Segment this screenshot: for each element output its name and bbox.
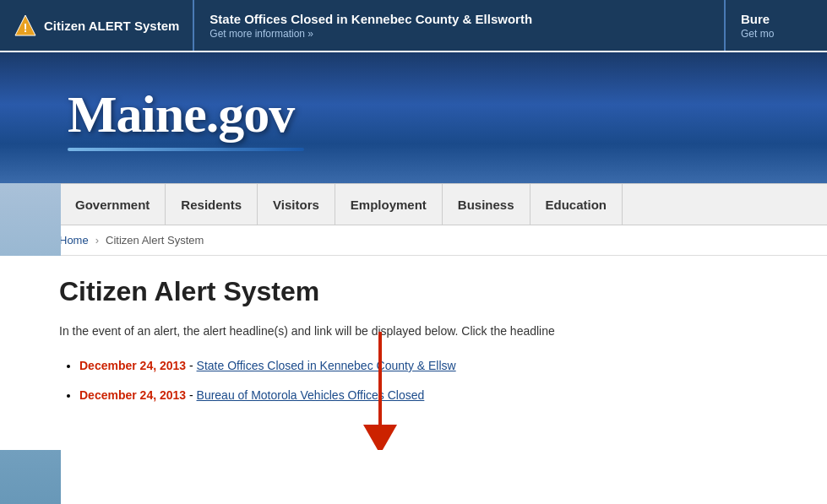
alert-list-item-1: December 24, 2013 - State Offices Closed…	[79, 357, 768, 375]
nav-item-visitors[interactable]: Visitors	[258, 184, 335, 225]
svg-text:!: !	[24, 21, 28, 35]
nav-item-education[interactable]: Education	[530, 184, 623, 225]
alert-triangle-icon: !	[14, 14, 37, 37]
alert-news-item-2: Bure Get mo	[726, 0, 827, 51]
logo-container: Maine.gov	[68, 84, 304, 151]
intro-paragraph: In the event of an alert, the alert head…	[59, 322, 768, 340]
alert-date-2: December 24, 2013	[79, 388, 186, 402]
nav-item-business[interactable]: Business	[443, 184, 530, 225]
alert-list: December 24, 2013 - State Offices Closed…	[59, 357, 768, 404]
alert-list-item-2: December 24, 2013 - Bureau of Motorola V…	[79, 387, 768, 404]
alert-link-2[interactable]: Bureau of Motorola Vehicles Offices Clos…	[197, 388, 425, 402]
breadcrumb-home-link[interactable]: Home	[59, 234, 89, 247]
alert-news-link-1[interactable]: Get more information »	[209, 28, 709, 40]
alert-bar: ! Citizen ALERT System State Offices Clo…	[0, 0, 827, 52]
alert-news-link-2[interactable]: Get mo	[741, 28, 812, 40]
nav-item-residents[interactable]: Residents	[166, 184, 258, 225]
nav-item-government[interactable]: Government	[59, 184, 166, 225]
breadcrumb-separator: ›	[95, 234, 99, 247]
logo-underline	[68, 148, 304, 151]
alert-link-1[interactable]: State Offices Closed in Kennebec County …	[197, 359, 456, 372]
alert-news-item-1: State Offices Closed in Kennebec County …	[194, 0, 726, 51]
alert-date-1: December 24, 2013	[79, 359, 186, 372]
svg-marker-3	[363, 425, 397, 450]
nav-item-employment[interactable]: Employment	[335, 184, 443, 225]
alert-system-text: Citizen ALERT System	[44, 19, 179, 33]
breadcrumb-current-page: Citizen Alert System	[106, 234, 204, 247]
main-content: Citizen Alert System In the event of an …	[0, 256, 827, 450]
page-title: Citizen Alert System	[59, 276, 768, 307]
header-area: Maine.gov	[0, 52, 827, 183]
site-logo[interactable]: Maine.gov	[68, 85, 294, 143]
alert-system-label: ! Citizen ALERT System	[0, 0, 194, 51]
breadcrumb: Home › Citizen Alert System	[0, 225, 827, 256]
main-nav: Government Residents Visitors Employment…	[0, 183, 827, 225]
alert-news-headline-1: State Offices Closed in Kennebec County …	[209, 12, 709, 26]
alert-news-headline-2: Bure	[741, 12, 812, 26]
